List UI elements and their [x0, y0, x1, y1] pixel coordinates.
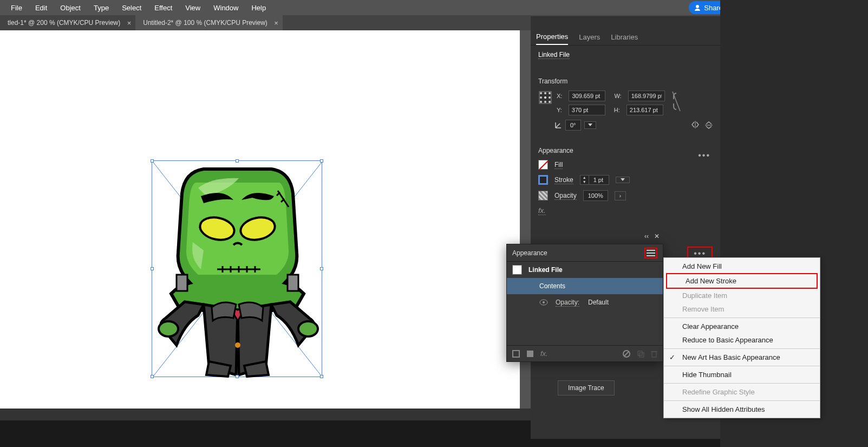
menu-new-art-basic[interactable]: ✓ New Art Has Basic Appearance: [664, 351, 820, 364]
svg-point-32: [540, 101, 542, 103]
menu-type[interactable]: Type: [87, 2, 115, 14]
rotation-dropdown[interactable]: [584, 121, 596, 129]
opacity-label: Opacity:: [556, 299, 579, 307]
menu-edit[interactable]: Edit: [29, 2, 54, 14]
menu-select[interactable]: Select: [115, 2, 148, 14]
appearance-panel-title: Appearance: [512, 249, 547, 257]
opacity-more-icon[interactable]: ›: [615, 191, 626, 200]
menu-add-new-stroke[interactable]: Add New Stroke: [666, 273, 818, 289]
selection-handle[interactable]: [320, 267, 323, 270]
menu-clear-appearance[interactable]: Clear Appearance: [664, 320, 820, 333]
selection-handle[interactable]: [151, 159, 154, 163]
opacity-swatch[interactable]: [538, 191, 548, 200]
link-wh-icon[interactable]: [671, 90, 681, 112]
fill-label[interactable]: Fill: [554, 161, 563, 169]
reference-point-icon[interactable]: [538, 90, 552, 105]
selection-type-label[interactable]: Linked File: [538, 51, 570, 59]
tab-layers[interactable]: Layers: [579, 30, 600, 44]
stroke-profile-dropdown[interactable]: [616, 177, 630, 183]
stroke-label[interactable]: Stroke: [554, 176, 573, 184]
appearance-panel-footer: fx.: [507, 345, 663, 361]
rotation-input[interactable]: 0°: [565, 120, 581, 131]
menu-window[interactable]: Window: [207, 2, 245, 14]
selection-handle[interactable]: [320, 375, 323, 378]
chevron-down-icon: [621, 178, 625, 182]
menu-help[interactable]: Help: [245, 2, 272, 14]
document-tab-2[interactable]: Untitled-2* @ 100 % (CMYK/CPU Preview) ×: [135, 15, 283, 30]
opacity-label[interactable]: Opacity: [554, 192, 577, 200]
panel-close-icon[interactable]: ✕: [654, 232, 660, 240]
svg-point-24: [235, 342, 240, 348]
close-icon[interactable]: ×: [274, 19, 278, 27]
thumbnail-swatch: [512, 265, 522, 275]
svg-rect-21: [288, 275, 298, 291]
artboard[interactable]: [0, 30, 520, 418]
menu-remove-item: Remove Item: [664, 302, 820, 316]
y-label: Y:: [557, 107, 565, 113]
fx-icon[interactable]: fx.: [538, 206, 546, 215]
chevron-down-icon: [588, 124, 592, 127]
flip-horizontal-icon[interactable]: [691, 121, 700, 128]
h-label: H:: [614, 107, 623, 113]
image-trace-button[interactable]: Image Trace: [558, 380, 615, 396]
appearance-target-label: Linked File: [528, 266, 563, 274]
duplicate-item-icon[interactable]: [637, 350, 644, 358]
y-input[interactable]: [569, 105, 605, 115]
svg-point-0: [696, 5, 699, 8]
svg-point-28: [549, 92, 551, 94]
visibility-icon[interactable]: [539, 299, 549, 306]
menu-file[interactable]: File: [4, 2, 29, 14]
svg-point-39: [543, 301, 545, 303]
clear-appearance-icon[interactable]: [623, 350, 630, 358]
selection-handle[interactable]: [236, 159, 239, 163]
menu-add-new-fill[interactable]: Add New Fill: [664, 260, 820, 273]
appearance-opacity-row[interactable]: Opacity: Default: [507, 294, 663, 310]
check-icon: ✓: [669, 353, 675, 361]
selection-bounds[interactable]: [152, 160, 322, 377]
panel-collapse-icon[interactable]: ‹‹: [644, 232, 649, 240]
stroke-swatch[interactable]: [538, 175, 548, 185]
selection-handle[interactable]: [320, 159, 323, 163]
menu-separator: [664, 383, 820, 384]
menu-hide-thumbnail[interactable]: Hide Thumbnail: [664, 368, 820, 381]
tab-properties[interactable]: Properties: [536, 29, 568, 45]
svg-point-26: [540, 92, 542, 94]
menu-effect[interactable]: Effect: [148, 2, 179, 14]
w-label: W:: [614, 93, 624, 99]
selection-handle[interactable]: [151, 267, 154, 270]
panel-menu-button[interactable]: [644, 248, 657, 258]
flip-vertical-icon[interactable]: [705, 121, 713, 129]
appearance-contents-row[interactable]: Contents: [507, 278, 663, 294]
svg-point-34: [549, 101, 551, 103]
menu-view[interactable]: View: [179, 2, 207, 14]
menu-reduce-basic[interactable]: Reduce to Basic Appearance: [664, 333, 820, 347]
svg-rect-44: [638, 351, 642, 355]
x-input[interactable]: [569, 90, 605, 101]
canvas-workspace: [0, 30, 531, 420]
w-input[interactable]: [628, 90, 665, 101]
menu-separator: [664, 348, 820, 349]
svg-rect-41: [527, 351, 533, 357]
delete-item-icon[interactable]: [651, 350, 657, 358]
selection-handle[interactable]: [151, 375, 154, 378]
add-effect-icon[interactable]: fx.: [540, 349, 548, 358]
stroke-weight-input[interactable]: ▲▼ 1 pt: [580, 175, 609, 185]
menu-show-hidden-attrs[interactable]: Show All Hidden Attributes: [664, 403, 820, 416]
svg-point-27: [544, 92, 546, 94]
new-stroke-icon[interactable]: [512, 350, 520, 358]
selection-handle[interactable]: [236, 375, 239, 378]
opacity-input[interactable]: 100%: [583, 190, 608, 201]
cloud-user-icon: [693, 3, 702, 12]
appearance-heading: Appearance: [538, 147, 713, 154]
svg-point-33: [544, 101, 546, 103]
close-icon[interactable]: ×: [127, 19, 132, 27]
placed-artwork: [152, 161, 323, 378]
fill-swatch[interactable]: [538, 160, 548, 170]
h-input[interactable]: [626, 105, 663, 115]
tab-libraries[interactable]: Libraries: [611, 30, 638, 44]
document-tab-1[interactable]: tled-1* @ 200 % (CMYK/CPU Preview) ×: [0, 15, 135, 30]
opacity-value: Default: [588, 299, 609, 306]
new-fill-icon[interactable]: [526, 350, 534, 358]
menu-object[interactable]: Object: [54, 2, 87, 14]
appearance-target-row[interactable]: Linked File: [507, 262, 663, 278]
